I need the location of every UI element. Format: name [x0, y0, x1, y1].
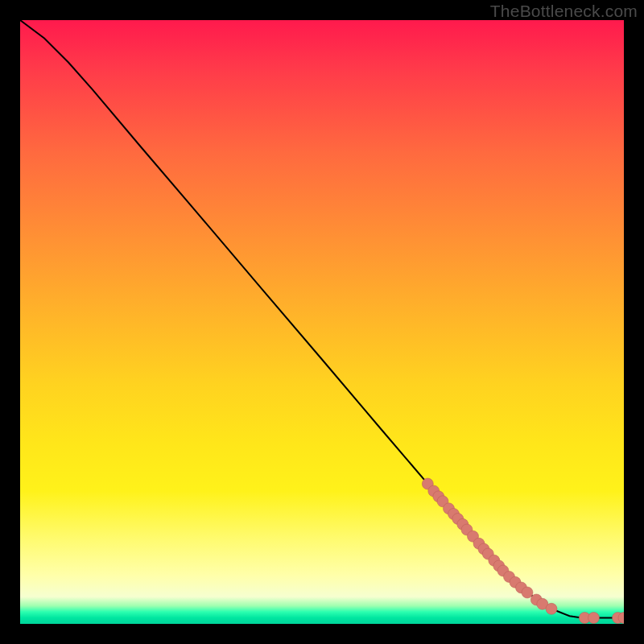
- chart-svg: [20, 20, 624, 624]
- bottleneck-curve: [20, 20, 624, 618]
- data-point: [546, 603, 557, 614]
- data-points-group: [422, 478, 624, 624]
- chart-frame: TheBottleneck.com: [0, 0, 644, 644]
- watermark-text: TheBottleneck.com: [490, 2, 638, 21]
- data-point: [588, 613, 600, 624]
- data-point: [522, 587, 533, 598]
- plot-area: [20, 20, 624, 624]
